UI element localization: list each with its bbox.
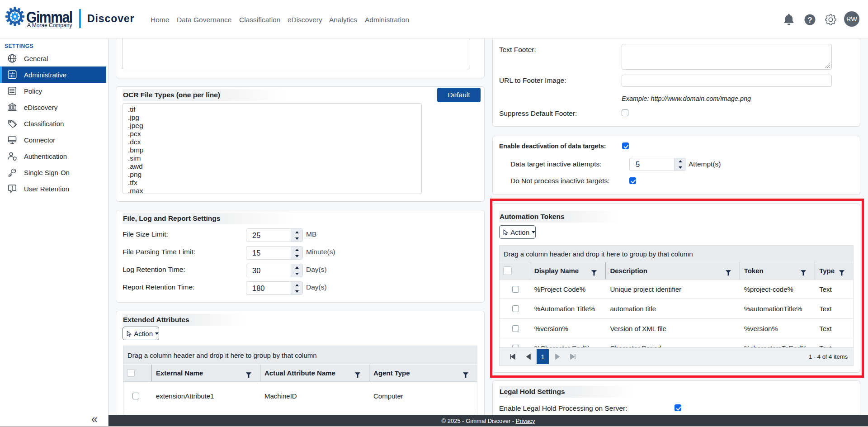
svg-text:?: ? bbox=[807, 16, 812, 24]
